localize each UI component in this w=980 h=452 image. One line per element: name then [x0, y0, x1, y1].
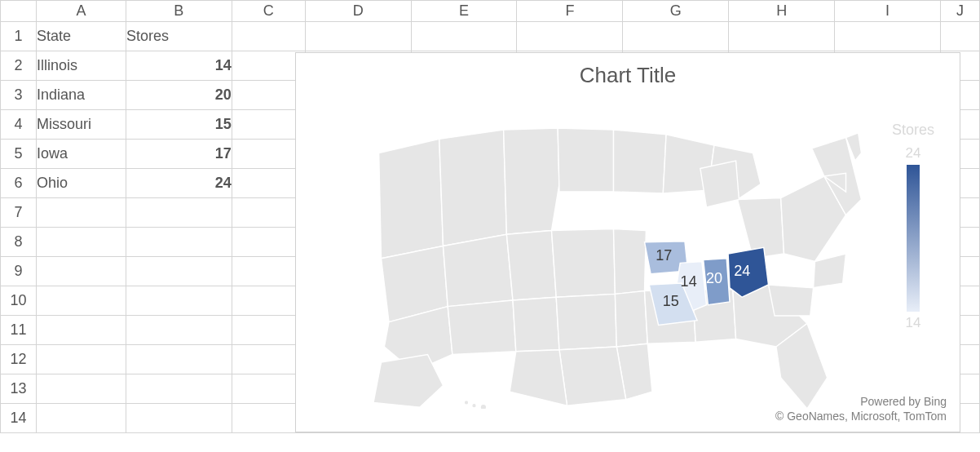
- cell-B8[interactable]: [126, 228, 232, 257]
- col-header-H[interactable]: H: [729, 1, 835, 22]
- legend-max: 24: [885, 145, 942, 162]
- row-header-12[interactable]: 12: [1, 345, 37, 374]
- data-label-missouri: 15: [663, 293, 679, 309]
- cell-A10[interactable]: [36, 286, 126, 316]
- cell-C8[interactable]: [232, 228, 305, 257]
- cell-B9[interactable]: [126, 257, 232, 286]
- cell-B10[interactable]: [126, 286, 232, 316]
- data-label-ohio: 24: [734, 263, 750, 279]
- legend-min: 14: [885, 315, 942, 331]
- attribution-line-2: © GeoNames, Microsoft, TomTom: [775, 409, 947, 423]
- row-header-7[interactable]: 7: [1, 198, 37, 228]
- col-header-E[interactable]: E: [411, 1, 517, 22]
- cell-C2[interactable]: [232, 51, 305, 81]
- col-header-F[interactable]: F: [517, 1, 623, 22]
- cell-B7[interactable]: [126, 198, 232, 228]
- cell-B1[interactable]: Stores: [126, 22, 232, 51]
- row-header-13[interactable]: 13: [1, 374, 37, 404]
- cell-F1[interactable]: [517, 22, 623, 51]
- svg-point-1: [472, 403, 477, 408]
- col-header-J[interactable]: J: [940, 1, 979, 22]
- cell-J1[interactable]: [940, 22, 979, 51]
- row-header-1[interactable]: 1: [1, 22, 37, 51]
- svg-point-0: [464, 401, 469, 405]
- map-background-states: [379, 128, 862, 409]
- cell-H1[interactable]: [729, 22, 835, 51]
- cell-A14[interactable]: [36, 404, 126, 433]
- cell-A5[interactable]: Iowa: [36, 140, 126, 169]
- cell-B2[interactable]: 14: [126, 51, 232, 81]
- cell-C12[interactable]: [232, 345, 305, 374]
- col-header-A[interactable]: A: [36, 1, 126, 22]
- chart-title[interactable]: Chart Title: [296, 63, 960, 88]
- col-header-D[interactable]: D: [305, 1, 411, 22]
- attribution-line-1: Powered by Bing: [775, 394, 947, 409]
- cell-B11[interactable]: [126, 316, 232, 345]
- cell-C3[interactable]: [232, 81, 305, 110]
- row-header-14[interactable]: 14: [1, 404, 37, 433]
- svg-point-2: [480, 404, 487, 409]
- chart-attribution: Powered by Bing © GeoNames, Microsoft, T…: [775, 394, 947, 423]
- row-header-5[interactable]: 5: [1, 140, 37, 169]
- cell-D1[interactable]: [305, 22, 411, 51]
- legend-gradient-bar: [907, 165, 920, 312]
- cell-A9[interactable]: [36, 257, 126, 286]
- grid-row: 1StateStores: [1, 22, 980, 51]
- cell-E1[interactable]: [411, 22, 517, 51]
- data-label-illinois: 14: [681, 273, 697, 290]
- row-header-6[interactable]: 6: [1, 169, 37, 198]
- row-header-11[interactable]: 11: [1, 316, 37, 345]
- cell-B12[interactable]: [126, 345, 232, 374]
- cell-G1[interactable]: [623, 22, 729, 51]
- cell-I1[interactable]: [835, 22, 941, 51]
- cell-C4[interactable]: [232, 110, 305, 140]
- cell-B14[interactable]: [126, 404, 232, 433]
- col-header-I[interactable]: I: [835, 1, 941, 22]
- cell-A8[interactable]: [36, 228, 126, 257]
- cell-A12[interactable]: [36, 345, 126, 374]
- row-header-4[interactable]: 4: [1, 110, 37, 140]
- cell-A3[interactable]: Indiana: [36, 81, 126, 110]
- col-header-G[interactable]: G: [623, 1, 729, 22]
- cell-C1[interactable]: [232, 22, 305, 51]
- cell-A7[interactable]: [36, 198, 126, 228]
- col-header-B[interactable]: B: [126, 1, 232, 22]
- cell-C9[interactable]: [232, 257, 305, 286]
- column-header-row: A B C D E F G H I J: [1, 1, 980, 22]
- cell-C13[interactable]: [232, 374, 305, 404]
- map-chart[interactable]: Chart Title: [295, 52, 960, 432]
- cell-A2[interactable]: Illinois: [36, 51, 126, 81]
- cell-A4[interactable]: Missouri: [36, 110, 126, 140]
- cell-C6[interactable]: [232, 169, 305, 198]
- cell-A11[interactable]: [36, 316, 126, 345]
- chart-legend: Stores 24 14: [885, 122, 942, 331]
- cell-C11[interactable]: [232, 316, 305, 345]
- data-label-iowa: 17: [656, 247, 672, 264]
- col-header-C[interactable]: C: [232, 1, 305, 22]
- cell-C5[interactable]: [232, 140, 305, 169]
- cell-C10[interactable]: [232, 286, 305, 316]
- data-label-indiana: 20: [706, 270, 722, 286]
- row-header-3[interactable]: 3: [1, 81, 37, 110]
- cell-A6[interactable]: Ohio: [36, 169, 126, 198]
- cell-B13[interactable]: [126, 374, 232, 404]
- row-header-8[interactable]: 8: [1, 228, 37, 257]
- cell-B4[interactable]: 15: [126, 110, 232, 140]
- cell-C7[interactable]: [232, 198, 305, 228]
- cell-B6[interactable]: 24: [126, 169, 232, 198]
- us-map-svg: 1714202415: [337, 99, 875, 409]
- select-all-corner[interactable]: [1, 1, 37, 22]
- map-hawaii: [464, 401, 487, 409]
- cell-B3[interactable]: 20: [126, 81, 232, 110]
- cell-B5[interactable]: 17: [126, 140, 232, 169]
- row-header-2[interactable]: 2: [1, 51, 37, 81]
- cell-A13[interactable]: [36, 374, 126, 404]
- cell-A1[interactable]: State: [36, 22, 126, 51]
- row-header-9[interactable]: 9: [1, 257, 37, 286]
- row-header-10[interactable]: 10: [1, 286, 37, 316]
- cell-C14[interactable]: [232, 404, 305, 433]
- legend-title: Stores: [885, 122, 942, 139]
